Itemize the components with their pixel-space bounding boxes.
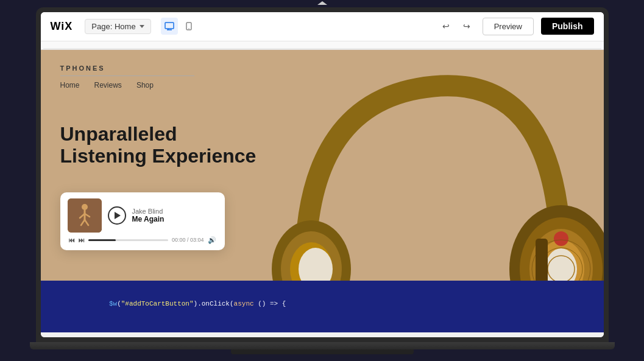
laptop-stand xyxy=(231,349,414,354)
undo-redo-group: ↩ ↪ xyxy=(437,18,475,35)
nav-home[interactable]: Home xyxy=(60,81,80,89)
code-line-1: $w("#addToCartButton").onClick(async () … xyxy=(53,287,592,321)
hero-text: Unparalleled Listening Experience xyxy=(60,123,257,168)
prev-button[interactable]: ⏮ xyxy=(69,237,75,244)
nav-divider xyxy=(60,75,194,76)
view-icons xyxy=(161,18,197,35)
track-info: Jake Blind Me Again xyxy=(132,208,218,223)
nav-overlay: TPHONES Home Reviews Shop xyxy=(41,50,604,99)
svg-rect-0 xyxy=(165,23,174,29)
next-button[interactable]: ⏭ xyxy=(79,237,85,244)
svg-rect-19 xyxy=(536,239,548,281)
redo-button[interactable]: ↪ xyxy=(458,18,475,35)
website-preview: TPHONES Home Reviews Shop Unparalleled L… xyxy=(41,50,604,281)
nav-links: Home Reviews Shop xyxy=(60,81,584,89)
track-title: Me Again xyxy=(132,215,218,223)
brand-name: TPHONES xyxy=(60,65,584,72)
chevron-down-icon xyxy=(140,25,144,28)
editor-toolbar: WiX Page: Home xyxy=(41,12,604,41)
player-top: Jake Blind Me Again xyxy=(68,198,218,233)
play-button[interactable] xyxy=(108,206,126,225)
play-icon xyxy=(115,212,121,219)
progress-fill xyxy=(88,239,116,241)
nav-shop[interactable]: Shop xyxy=(136,81,154,89)
publish-button[interactable]: Publish xyxy=(541,18,594,35)
preview-button[interactable]: Preview xyxy=(483,18,534,35)
scroll-indicator xyxy=(304,0,341,7)
hero-heading: Unparalleled Listening Experience xyxy=(60,123,257,168)
mobile-view-icon[interactable] xyxy=(180,18,197,35)
canvas-area: TPHONES Home Reviews Shop Unparalleled L… xyxy=(41,50,604,337)
album-art xyxy=(68,198,102,233)
svg-point-4 xyxy=(188,28,189,29)
volume-icon[interactable]: 🔊 xyxy=(208,236,216,244)
track-artist: Jake Blind xyxy=(132,208,218,215)
progress-bar[interactable] xyxy=(88,239,168,241)
undo-button[interactable]: ↩ xyxy=(437,18,455,35)
page-selector-label: Page: Home xyxy=(91,22,135,31)
code-panel: $w("#addToCartButton").onClick(async () … xyxy=(41,281,604,332)
nav-reviews[interactable]: Reviews xyxy=(94,81,122,89)
svg-point-14 xyxy=(554,231,568,246)
wix-logo: WiX xyxy=(51,20,73,33)
laptop-base xyxy=(30,342,615,349)
page-selector[interactable]: Page: Home xyxy=(85,19,150,34)
time-display: 00:00 / 03:04 xyxy=(172,237,204,243)
desktop-view-icon[interactable] xyxy=(161,18,178,35)
player-controls: ⏮ ⏭ 00:00 / 03:04 🔊 xyxy=(68,236,218,244)
ruler: // Will be rendered inline below xyxy=(41,41,604,50)
music-player: Jake Blind Me Again ⏮ ⏭ 00:00 / 03:0 xyxy=(60,192,225,250)
bottom-bar xyxy=(41,332,604,337)
